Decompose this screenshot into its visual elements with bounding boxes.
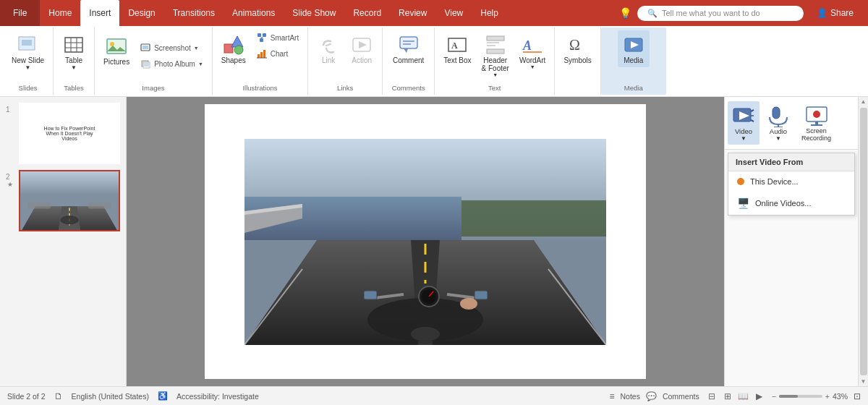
menu-slideshow[interactable]: Slide Show [284, 0, 344, 26]
table-icon [62, 33, 85, 56]
media-ribbon-area: Video ▼ Audio ▼ [725, 97, 858, 150]
action-button[interactable]: Action [346, 30, 378, 67]
slideshow-view-icon[interactable]: ▶ [753, 390, 766, 403]
ribbon-group-images: Pictures Screenshot ▼ [95, 27, 213, 95]
scroll-thumb[interactable] [860, 108, 867, 375]
media-label: Media [624, 56, 643, 64]
link-button[interactable]: Link [312, 30, 344, 67]
symbols-button[interactable]: Ω Symbols [559, 30, 595, 67]
comments-items: Comment [388, 30, 428, 81]
svg-rect-19 [260, 38, 263, 42]
menu-right-area: 💡 🔍 Tell me what you want to do 👤 Share [612, 0, 868, 26]
normal-view-icon[interactable]: ⊟ [705, 390, 718, 403]
svg-rect-61 [364, 291, 377, 299]
pictures-button[interactable]: Pictures [99, 30, 134, 81]
pictures-label: Pictures [103, 58, 129, 66]
ribbon-group-links: Link Action Links [308, 27, 383, 95]
shapes-button[interactable]: Shapes [217, 30, 250, 67]
menu-view[interactable]: View [435, 0, 472, 26]
svg-rect-80 [811, 124, 822, 126]
smartart-button[interactable]: SmartArt [252, 30, 303, 45]
ribbon-group-symbols: Ω Symbols [555, 27, 600, 95]
slide-num-1: 1 [6, 106, 14, 114]
slide-thumb-text-1: How to Fix PowerPointWhen It Doesn't Pla… [41, 123, 98, 144]
header-footer-button[interactable]: Header & Footer ▼ [477, 30, 514, 80]
photo-album-button[interactable]: Photo Album ▼ [135, 56, 208, 71]
right-panel: Video ▼ Audio ▼ [724, 97, 858, 386]
screen-recording-icon [805, 104, 828, 127]
menu-record[interactable]: Record [344, 0, 390, 26]
table-button[interactable]: Table ▼ [58, 30, 90, 74]
audio-button[interactable]: Audio ▼ [762, 101, 794, 145]
new-slide-button[interactable]: New Slide ▼ [7, 30, 48, 74]
photo-album-label: Photo Album [154, 60, 195, 68]
new-slide-icon [17, 33, 40, 56]
chart-button[interactable]: Chart [252, 46, 303, 61]
media-icon [622, 33, 645, 56]
menu-home[interactable]: Home [40, 0, 80, 26]
share-button[interactable]: 👤 Share [809, 8, 861, 18]
video-label: Video [735, 127, 752, 135]
comment-button[interactable]: Comment [388, 30, 428, 67]
slide-sorter-icon[interactable]: ⊞ [721, 390, 734, 403]
video-button[interactable]: Video ▼ [728, 101, 760, 145]
media-button[interactable]: Media [618, 30, 650, 67]
svg-line-72 [751, 110, 754, 111]
slide-thumb-1[interactable]: 1 How to Fix PowerPointWhen It Doesn't P… [6, 103, 120, 164]
device-dot-icon [737, 178, 744, 185]
text-box-button[interactable]: A Text Box [439, 30, 475, 67]
menu-animations[interactable]: Animations [224, 0, 284, 26]
screen-recording-button[interactable]: Screen Recording [797, 101, 835, 145]
this-device-item[interactable]: This Device... [728, 171, 854, 192]
accessibility-label[interactable]: Accessibility: Investigate [176, 392, 259, 401]
video-dropdown: ▼ [741, 135, 746, 142]
fit-to-window-icon[interactable]: 🗋 [54, 391, 63, 401]
zoom-in-btn[interactable]: + [825, 392, 830, 401]
scrollbar-right: ▲ ▼ [858, 97, 868, 386]
wordart-dropdown: ▼ [530, 64, 535, 69]
zoom-out-btn[interactable]: − [772, 392, 776, 401]
insert-video-dropdown: Insert Video From This Device... 🖥️ Onli… [728, 153, 855, 216]
zoom-slider[interactable] [779, 395, 822, 398]
wordart-button[interactable]: A WordArt ▼ [515, 30, 550, 72]
lightbulb-icon[interactable]: 💡 [619, 7, 631, 19]
svg-rect-34 [487, 36, 504, 40]
menu-design[interactable]: Design [119, 0, 163, 26]
text-box-icon: A [446, 33, 469, 56]
tell-me-input[interactable]: 🔍 Tell me what you want to do [637, 6, 804, 21]
menu-transitions[interactable]: Transitions [164, 0, 224, 26]
ribbon-group-illustrations: Shapes SmartArt [213, 27, 308, 95]
illustrations-items: Shapes SmartArt [217, 30, 303, 81]
menu-bar: File Home Insert Design Transitions Anim… [0, 0, 868, 26]
screenshot-button[interactable]: Screenshot ▼ [135, 40, 208, 55]
slide-thumb-2[interactable]: 2 ★ [6, 170, 120, 231]
slides-items: New Slide ▼ [7, 30, 48, 81]
text-items: A Text Box Header & Footer ▼ [439, 30, 550, 81]
slide-thumbnail-2[interactable] [19, 170, 120, 231]
header-footer-label: Header & Footer [482, 56, 509, 72]
scroll-up-arrow[interactable]: ▲ [861, 98, 867, 105]
svg-marker-29 [404, 48, 408, 53]
scroll-down-arrow[interactable]: ▼ [861, 378, 867, 385]
reading-view-icon[interactable]: 📖 [737, 390, 750, 403]
slide-canvas[interactable] [205, 104, 646, 379]
comments-status-label[interactable]: Comments [663, 392, 699, 401]
shapes-label: Shapes [221, 56, 246, 64]
media-items: Media [618, 30, 650, 81]
svg-rect-14 [224, 44, 233, 53]
language: English (United States) [72, 392, 149, 401]
fit-page-icon[interactable]: ⊡ [854, 391, 861, 401]
ribbon-group-media: Media Media [601, 27, 666, 95]
menu-file[interactable]: File [0, 0, 40, 26]
notes-label[interactable]: Notes [621, 392, 640, 401]
menu-review[interactable]: Review [390, 0, 435, 26]
slide-thumbnail-1[interactable]: How to Fix PowerPointWhen It Doesn't Pla… [19, 103, 120, 164]
menu-help[interactable]: Help [472, 0, 507, 26]
svg-rect-10 [142, 46, 148, 49]
online-videos-item[interactable]: 🖥️ Online Videos... [728, 192, 854, 215]
menu-insert[interactable]: Insert [80, 0, 119, 26]
person-icon: 👤 [817, 8, 827, 18]
slides-group-label: Slides [19, 81, 38, 92]
this-device-label: This Device... [750, 177, 799, 186]
audio-label: Audio [770, 127, 787, 135]
